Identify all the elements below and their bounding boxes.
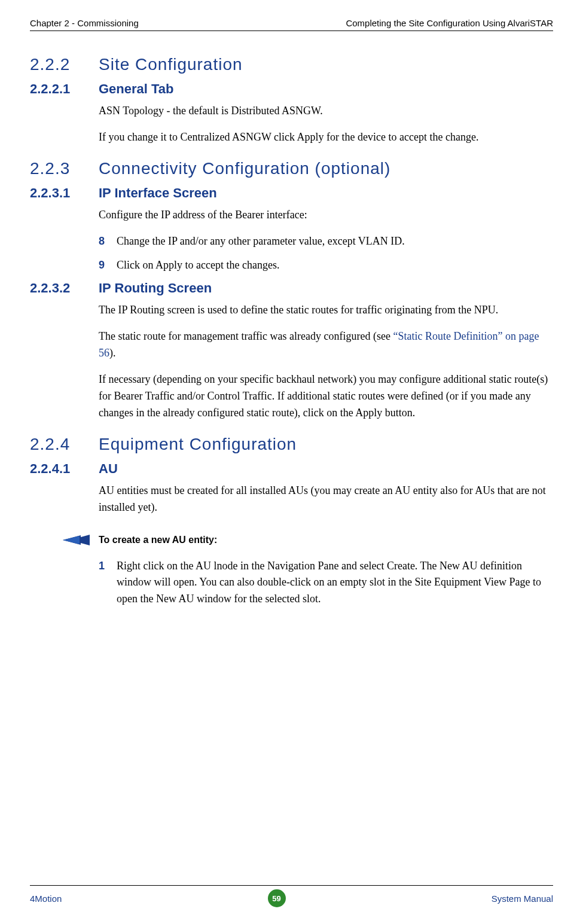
text-fragment: The static route for management traffic … [99,330,393,342]
step-text: Right click on the AU lnode in the Navig… [117,558,553,608]
heading-number: 2.2.2 [30,55,99,74]
step-number: 8 [99,233,117,250]
heading-title: IP Routing Screen [99,280,212,296]
heading-number: 2.2.3 [30,159,99,178]
step-number: 1 [99,558,117,608]
svg-marker-2 [63,536,80,544]
heading-2-2-3-2: 2.2.3.2 IP Routing Screen [30,280,553,296]
heading-number: 2.2.2.1 [30,81,99,97]
heading-title: General Tab [99,81,174,97]
heading-2-2-2-1: 2.2.2.1 General Tab [30,81,553,97]
heading-number: 2.2.3.1 [30,185,99,201]
heading-title: Site Configuration [99,55,243,74]
footer-left: 4Motion [30,893,62,904]
paragraph: The IP Routing screen is used to define … [99,302,553,319]
heading-number: 2.2.3.2 [30,280,99,296]
step-text: Change the IP and/or any other parameter… [117,233,553,250]
page-footer: 4Motion 59 System Manual [30,885,553,907]
procedure-note: To create a new AU entity: [63,534,553,546]
paragraph: If necessary (depending on your specific… [99,371,553,422]
page-number-badge: 59 [268,889,286,907]
step-number: 9 [99,257,117,274]
heading-2-2-4-1: 2.2.4.1 AU [30,461,553,477]
step-1: 1 Right click on the AU lnode in the Nav… [99,558,553,608]
page-header: Chapter 2 - Commissioning Completing the… [30,18,553,31]
heading-2-2-3-1: 2.2.3.1 IP Interface Screen [30,185,553,201]
heading-title: Equipment Configuration [99,435,297,454]
heading-2-2-2: 2.2.2 Site Configuration [30,55,553,74]
paragraph: Configure the IP address of the Bearer i… [99,207,553,224]
heading-title: AU [99,461,118,477]
header-left: Chapter 2 - Commissioning [30,18,139,28]
heading-2-2-4: 2.2.4 Equipment Configuration [30,435,553,454]
footer-right: System Manual [492,893,553,904]
step-text: Click on Apply to accept the changes. [117,257,553,274]
paragraph: If you change it to Centralized ASNGW cl… [99,129,553,146]
heading-2-2-3: 2.2.3 Connectivity Configuration (option… [30,159,553,178]
step-8: 8 Change the IP and/or any other paramet… [99,233,553,250]
heading-number: 2.2.4 [30,435,99,454]
paragraph: AU entities must be created for all inst… [99,483,553,516]
arrow-right-icon [63,534,90,546]
header-right: Completing the Site Configuration Using … [346,18,553,28]
heading-title: Connectivity Configuration (optional) [99,159,390,178]
heading-title: IP Interface Screen [99,185,217,201]
note-text: To create a new AU entity: [99,535,217,545]
paragraph: The static route for management traffic … [99,328,553,362]
text-fragment: ). [109,347,116,359]
step-9: 9 Click on Apply to accept the changes. [99,257,553,274]
paragraph: ASN Topology - the default is Distribute… [99,103,553,120]
heading-number: 2.2.4.1 [30,461,99,477]
